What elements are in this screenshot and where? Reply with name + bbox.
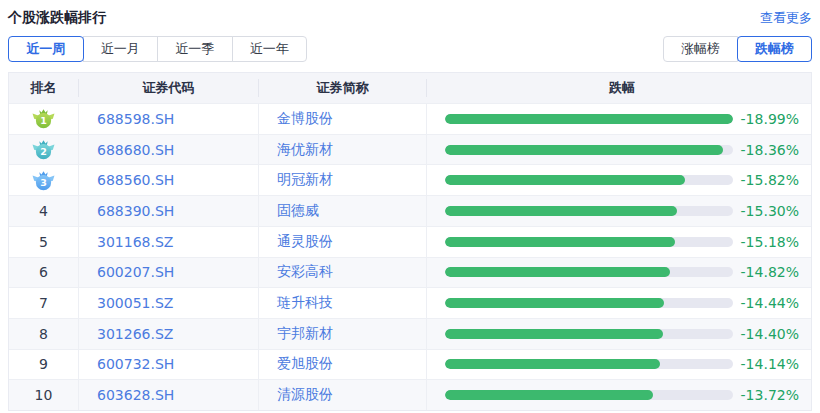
change-cell: -13.72% [427,380,811,410]
stock-code-link[interactable]: 600207.SH [79,258,259,288]
change-value: -14.14% [733,356,799,372]
change-cell: -18.36% [427,135,811,165]
change-cell: -14.44% [427,288,811,318]
change-bar-fill [445,237,675,247]
change-bar-fill [445,329,663,339]
toolbar: 近一周近一月近一季近一年 涨幅榜跌幅榜 [0,36,820,62]
change-bar-fill [445,359,660,369]
change-bar-fill [445,114,733,124]
change-value: -18.99% [733,111,799,127]
table-header-row: 排名 证券代码 证券简称 跌幅 [9,73,811,103]
stock-code-link[interactable]: 688680.SH [79,135,259,165]
table-row: 9 600732.SH 爱旭股份 -14.14% [9,349,811,380]
stock-name-link[interactable]: 海优新材 [259,135,427,165]
board-tab-0[interactable]: 涨幅榜 [663,36,738,62]
table-row: 1 688598.SH 金博股份 -18.99% [9,103,811,134]
stock-name-link[interactable]: 通灵股份 [259,227,427,257]
table-body: 1 688598.SH 金博股份 -18.99% 2 688680.SH 海优新… [9,103,811,410]
col-header-name: 证券简称 [259,79,427,97]
table-row: 3 688560.SH 明冠新材 -15.82% [9,164,811,195]
table-row: 10 603628.SH 清源股份 -13.72% [9,379,811,410]
stock-name-link[interactable]: 琏升科技 [259,288,427,318]
period-tab-2[interactable]: 近一季 [157,36,233,62]
stock-code-link[interactable]: 688598.SH [79,104,259,134]
rank-medal-2-icon: 2 [31,139,56,160]
stock-code-link[interactable]: 688390.SH [79,196,259,226]
rank-cell: 6 [9,258,79,288]
rank-cell: 3 [9,165,79,195]
stock-code-link[interactable]: 600732.SH [79,350,259,380]
stock-code-link[interactable]: 688560.SH [79,165,259,195]
stock-code-link[interactable]: 301168.SZ [79,227,259,257]
svg-text:3: 3 [40,177,47,188]
view-more-link[interactable]: 查看更多 [760,9,812,27]
rank-cell: 4 [9,196,79,226]
change-bar-fill [445,175,685,185]
page-title: 个股涨跌幅排行 [8,9,106,27]
change-bar-track [445,114,733,124]
change-cell: -18.99% [427,104,811,134]
change-value: -15.30% [733,203,799,219]
period-tab-0[interactable]: 近一周 [8,36,84,62]
change-bar-fill [445,267,670,277]
rank-cell: 10 [9,380,79,410]
change-bar-fill [445,206,677,216]
table-row: 6 600207.SH 安彩高科 -14.82% [9,257,811,288]
svg-text:2: 2 [40,146,47,157]
stock-name-link[interactable]: 宇邦新材 [259,319,427,349]
stock-name-link[interactable]: 爱旭股份 [259,350,427,380]
change-cell: -15.30% [427,196,811,226]
change-cell: -14.14% [427,350,811,380]
change-cell: -15.18% [427,227,811,257]
change-cell: -14.82% [427,258,811,288]
change-bar-track [445,206,733,216]
change-bar-fill [445,390,653,400]
period-tab-group: 近一周近一月近一季近一年 [8,36,307,62]
table-row: 5 301168.SZ 通灵股份 -15.18% [9,226,811,257]
rank-cell: 9 [9,350,79,380]
stock-name-link[interactable]: 明冠新材 [259,165,427,195]
stock-name-link[interactable]: 清源股份 [259,380,427,410]
rank-cell: 5 [9,227,79,257]
rank-medal-1-icon: 1 [31,108,56,129]
change-bar-fill [445,298,664,308]
change-bar-track [445,390,733,400]
stock-code-link[interactable]: 300051.SZ [79,288,259,318]
change-cell: -14.40% [427,319,811,349]
change-bar-track [445,175,733,185]
change-cell: -15.82% [427,165,811,195]
stock-name-link[interactable]: 金博股份 [259,104,427,134]
rank-cell: 1 [9,104,79,134]
change-bar-track [445,267,733,277]
col-header-rank: 排名 [9,79,79,97]
rank-cell: 7 [9,288,79,318]
change-value: -15.18% [733,234,799,250]
change-bar-fill [445,145,723,155]
board-tab-group: 涨幅榜跌幅榜 [663,36,812,62]
svg-text:1: 1 [40,116,47,127]
table-row: 7 300051.SZ 琏升科技 -14.44% [9,287,811,318]
change-bar-track [445,359,733,369]
stock-name-link[interactable]: 固德威 [259,196,427,226]
rank-medal-3-icon: 3 [31,170,56,191]
table-row: 4 688390.SH 固德威 -15.30% [9,195,811,226]
ranking-table: 排名 证券代码 证券简称 跌幅 1 688598.SH 金博股份 -18.99%… [8,72,812,411]
change-value: -14.40% [733,326,799,342]
change-bar-track [445,145,733,155]
col-header-change: 跌幅 [427,79,811,97]
change-bar-track [445,237,733,247]
table-row: 2 688680.SH 海优新材 -18.36% [9,134,811,165]
change-value: -14.44% [733,295,799,311]
col-header-code: 证券代码 [79,79,259,97]
board-tab-1[interactable]: 跌幅榜 [737,36,812,62]
panel-header: 个股涨跌幅排行 查看更多 [0,0,820,26]
stock-code-link[interactable]: 603628.SH [79,380,259,410]
table-row: 8 301266.SZ 宇邦新材 -14.40% [9,318,811,349]
change-bar-track [445,329,733,339]
stock-code-link[interactable]: 301266.SZ [79,319,259,349]
stock-name-link[interactable]: 安彩高科 [259,258,427,288]
period-tab-3[interactable]: 近一年 [232,36,308,62]
change-value: -13.72% [733,387,799,403]
period-tab-1[interactable]: 近一月 [83,36,159,62]
change-value: -14.82% [733,264,799,280]
